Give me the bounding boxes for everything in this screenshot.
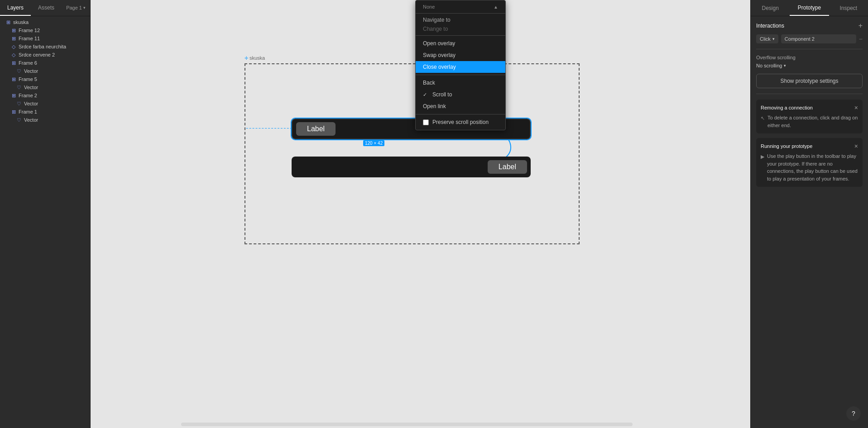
- dropdown-none-header: None ▲: [416, 2, 505, 11]
- left-sidebar: Layers Assets Page 1 ▾ ⊞ skuska ⊞ Frame …: [0, 0, 91, 428]
- diamond-icon: ◇: [11, 44, 16, 49]
- removing-connection-close-button[interactable]: ×: [854, 104, 858, 111]
- overflow-chevron-icon: ▾: [784, 63, 786, 68]
- diamond-icon: ◇: [11, 52, 16, 57]
- layer-item-vector-frame2[interactable]: ♡ Vector: [0, 100, 90, 108]
- running-prototype-body: ▶ Use the play button in the toolbar to …: [761, 152, 858, 182]
- dimension-badge: 120 × 42: [363, 140, 384, 146]
- tab-assets[interactable]: Assets: [31, 0, 62, 16]
- dropdown-swap-overlay[interactable]: Swap overlay: [416, 49, 505, 61]
- running-prototype-header: Running your prototype ×: [761, 143, 858, 150]
- preserve-scroll-checkbox[interactable]: [423, 119, 429, 125]
- frame-icon: ⊞: [11, 60, 16, 66]
- frame-icon: ⊞: [11, 36, 16, 41]
- heart-icon: ♡: [16, 85, 22, 90]
- heart-icon: ♡: [16, 101, 22, 106]
- overflow-label: Overflow scrolling: [756, 55, 863, 60]
- frame-label: ✛ skuska: [245, 55, 265, 61]
- dropdown-open-link[interactable]: Open link: [416, 100, 505, 112]
- tab-prototype[interactable]: Prototype: [790, 0, 829, 16]
- label-button-bottom[interactable]: Label: [488, 160, 527, 174]
- tab-design[interactable]: Design: [751, 0, 790, 16]
- dropdown-scroll-to[interactable]: Scroll to: [416, 89, 505, 100]
- removing-connection-body: ↖ To delete a connection, click and drag…: [761, 114, 858, 129]
- overflow-value: No scrolling ▾: [756, 63, 863, 68]
- removing-connection-header: Removing a connection ×: [761, 104, 858, 111]
- layer-item-frame12[interactable]: ⊞ Frame 12: [0, 26, 90, 34]
- canvas-area[interactable]: ✛ skuska Label 120 × 42: [91, 0, 750, 428]
- connection-svg: [245, 64, 579, 243]
- layer-item-srdce-farba[interactable]: ◇ Srdce farba neurchita: [0, 43, 90, 51]
- divider-4: [416, 114, 505, 114]
- page-chevron-icon: ▾: [83, 5, 86, 10]
- section-divider-1: [756, 49, 863, 49]
- layer-item-frame11[interactable]: ⊞ Frame 11: [0, 34, 90, 43]
- dashed-frame: Label 120 × 42 Label: [245, 63, 580, 244]
- layer-item-vector-frame5[interactable]: ♡ Vector: [0, 83, 90, 91]
- layer-item-frame1[interactable]: ⊞ Frame 1: [0, 108, 90, 116]
- heart-icon: ♡: [16, 68, 22, 74]
- right-panel-tabs: Design Prototype Inspect: [751, 0, 868, 16]
- dropdown-change-to[interactable]: Change to: [416, 24, 505, 33]
- frame-icon: ⊞: [11, 76, 16, 82]
- cursor-icon: ↖: [761, 114, 765, 129]
- frame-icon: ⊞: [5, 19, 11, 25]
- dropdown-menu: None ▲ Navigate to Change to Open overla…: [415, 0, 506, 130]
- layer-item-vector-frame6[interactable]: ♡ Vector: [0, 67, 90, 75]
- dropdown-navigate-to[interactable]: Navigate to: [416, 15, 505, 24]
- interaction-row: Click ▾ Component 2 −: [756, 34, 863, 43]
- interactions-title: Interactions: [756, 23, 784, 29]
- interaction-action[interactable]: Component 2: [781, 34, 856, 43]
- component-bottom[interactable]: Label: [292, 157, 531, 177]
- divider-3: [416, 75, 505, 75]
- chevron-up-icon: ▲: [494, 5, 498, 10]
- interaction-trigger[interactable]: Click ▾: [756, 34, 778, 43]
- divider-2: [416, 35, 505, 36]
- dropdown-close-overlay[interactable]: Close overlay: [416, 61, 505, 73]
- right-panel-content: Interactions + Click ▾ Component 2 − Ove…: [751, 16, 868, 428]
- layer-item-frame2[interactable]: ⊞ Frame 2: [0, 91, 90, 100]
- delete-interaction-button[interactable]: −: [859, 35, 863, 43]
- layer-item-srdce-cervene[interactable]: ◇ Srdce cervene 2: [0, 51, 90, 59]
- label-button-top[interactable]: Label: [296, 122, 336, 136]
- play-icon: ▶: [761, 153, 764, 182]
- layer-item-skuska[interactable]: ⊞ skuska: [0, 18, 90, 26]
- horizontal-scrollbar[interactable]: [181, 423, 633, 426]
- removing-connection-title: Removing a connection: [761, 105, 813, 110]
- interactions-header: Interactions +: [756, 22, 863, 30]
- frame-container: ✛ skuska Label 120 × 42: [245, 63, 580, 244]
- running-prototype-card: Running your prototype × ▶ Use the play …: [756, 138, 863, 187]
- tab-inspect[interactable]: Inspect: [829, 0, 868, 16]
- dropdown-open-overlay[interactable]: Open overlay: [416, 38, 505, 49]
- running-prototype-title: Running your prototype: [761, 143, 812, 149]
- preserve-scroll-row: Preserve scroll position: [416, 116, 505, 128]
- layer-item-vector-frame1[interactable]: ♡ Vector: [0, 116, 90, 124]
- section-divider-2: [756, 94, 863, 94]
- divider-1: [416, 13, 505, 14]
- removing-connection-card: Removing a connection × ↖ To delete a co…: [756, 100, 863, 133]
- help-button[interactable]: ?: [846, 406, 861, 421]
- trigger-chevron-icon: ▾: [772, 37, 775, 41]
- dropdown-back[interactable]: Back: [416, 77, 505, 89]
- sidebar-tabs: Layers Assets Page 1 ▾: [0, 0, 90, 16]
- tab-layers[interactable]: Layers: [0, 0, 31, 16]
- right-panel: Design Prototype Inspect Interactions + …: [750, 0, 868, 428]
- frame-crosshair-icon: ✛: [245, 56, 248, 61]
- frame-icon: ⊞: [11, 93, 16, 98]
- layers-list: ⊞ skuska ⊞ Frame 12 ⊞ Frame 11 ◇ Srdce f…: [0, 16, 90, 428]
- running-prototype-close-button[interactable]: ×: [854, 143, 858, 150]
- add-interaction-button[interactable]: +: [858, 22, 863, 30]
- layer-item-frame5[interactable]: ⊞ Frame 5: [0, 75, 90, 83]
- frame-icon: ⊞: [11, 109, 16, 114]
- tab-page[interactable]: Page 1 ▾: [62, 0, 90, 16]
- frame-icon: ⊞: [11, 28, 16, 33]
- show-prototype-settings-button[interactable]: Show prototype settings: [756, 74, 863, 88]
- layer-item-frame6[interactable]: ⊞ Frame 6: [0, 59, 90, 67]
- heart-icon: ♡: [16, 117, 22, 123]
